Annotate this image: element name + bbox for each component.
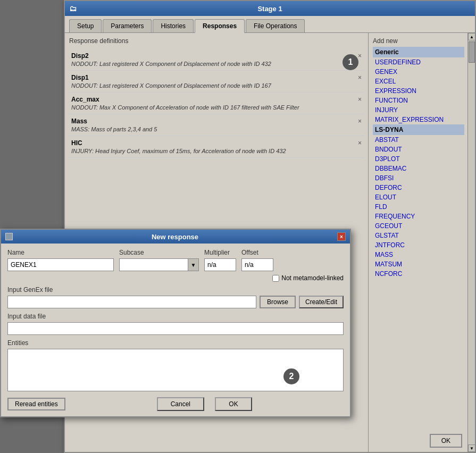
type-mass[interactable]: MASS bbox=[373, 250, 464, 259]
not-metamodel-label: Not metamodel-linked bbox=[281, 274, 344, 282]
type-matsum[interactable]: MATSUM bbox=[373, 259, 464, 269]
input-data-label: Input data file bbox=[7, 313, 344, 320]
type-deforc[interactable]: DEFORC bbox=[373, 183, 464, 192]
create-edit-button[interactable]: Create/Edit bbox=[299, 296, 344, 308]
category-ls-dyna: LS-DYNA bbox=[373, 124, 464, 135]
type-genex[interactable]: GENEX bbox=[373, 67, 464, 77]
close-disp2-button[interactable]: × bbox=[358, 52, 362, 60]
type-frequency[interactable]: FREQUENCY bbox=[373, 212, 464, 221]
browse-button[interactable]: Browse bbox=[260, 296, 296, 308]
badge-1: 1 bbox=[343, 54, 358, 70]
multiplier-label: Multiplier bbox=[204, 249, 236, 256]
type-glstat[interactable]: GLSTAT bbox=[373, 231, 464, 240]
dialog-title-icon bbox=[5, 233, 13, 240]
response-item-acc-max: × Acc_max NODOUT: Max X Component of Acc… bbox=[69, 93, 364, 114]
input-genex-field[interactable] bbox=[7, 296, 256, 308]
tab-responses[interactable]: Responses bbox=[195, 19, 245, 33]
badge-2: 2 bbox=[283, 368, 299, 384]
type-excel[interactable]: EXCEL bbox=[373, 77, 464, 86]
response-item-disp2: × Disp2 NODOUT: Last registered X Compon… bbox=[69, 49, 364, 71]
scroll-up-btn[interactable]: ▲ bbox=[468, 33, 475, 40]
type-injury[interactable]: INJURY bbox=[373, 105, 464, 115]
close-hic-button[interactable]: × bbox=[358, 139, 362, 147]
tab-setup[interactable]: Setup bbox=[69, 19, 102, 32]
type-bndout[interactable]: BNDOUT bbox=[373, 145, 464, 154]
response-desc-disp1: NODOUT: Last registered X Component of D… bbox=[71, 82, 353, 89]
add-new-header: Add new bbox=[373, 37, 464, 45]
type-abstat[interactable]: ABSTAT bbox=[373, 135, 464, 145]
response-title-disp2: Disp2 bbox=[71, 52, 353, 60]
offset-section: Offset bbox=[241, 249, 273, 271]
name-input[interactable] bbox=[7, 258, 114, 271]
right-panel: Add new Generic USERDEFINED GENEX EXCEL … bbox=[369, 33, 475, 283]
input-genex-row: Input GenEx file Browse Create/Edit bbox=[7, 286, 344, 308]
multiplier-input[interactable] bbox=[204, 258, 236, 271]
type-jntforc[interactable]: JNTFORC bbox=[373, 240, 464, 250]
type-expression[interactable]: EXPRESSION bbox=[373, 86, 464, 96]
name-section: Name bbox=[7, 249, 114, 271]
tab-histories[interactable]: Histories bbox=[153, 19, 194, 32]
scroll-thumb[interactable] bbox=[469, 41, 475, 63]
type-elout[interactable]: ELOUT bbox=[373, 192, 464, 202]
response-definitions-header: Response definitions bbox=[69, 37, 364, 45]
input-genex-file-row: Browse Create/Edit bbox=[7, 296, 344, 308]
type-fld[interactable]: FLD bbox=[373, 202, 464, 212]
type-matrix-expression[interactable]: MATRIX_EXPRESSION bbox=[373, 115, 464, 124]
dialog-close-button[interactable]: × bbox=[337, 232, 346, 241]
offset-input[interactable] bbox=[241, 258, 273, 271]
right-panel-scrollbar[interactable]: ▲ ▼ bbox=[467, 33, 475, 452]
stage-titlebar: 🗂 Stage 1 bbox=[65, 1, 475, 16]
type-function[interactable]: FUNCTION bbox=[373, 96, 464, 105]
stage-title-icon: 🗂 bbox=[69, 4, 77, 13]
new-response-dialog: New response × Name Subcase ▼ Multiplier bbox=[0, 229, 351, 417]
multiplier-section: Multiplier bbox=[204, 249, 236, 271]
tab-file-operations[interactable]: File Operations bbox=[246, 19, 305, 32]
response-desc-disp2: NODOUT: Last registered X Component of D… bbox=[71, 61, 353, 67]
type-dbfsi[interactable]: DBFSI bbox=[373, 173, 464, 183]
response-item-mass: × Mass MASS: Mass of parts 2,3,4 and 5 bbox=[69, 114, 364, 136]
type-ncforc[interactable]: NCFORC bbox=[373, 269, 464, 279]
right-panel-container: Add new Generic USERDEFINED GENEX EXCEL … bbox=[369, 33, 475, 452]
response-type-list: Generic USERDEFINED GENEX EXCEL EXPRESSI… bbox=[373, 47, 464, 279]
input-data-file-row bbox=[7, 322, 344, 335]
not-metamodel-row: Not metamodel-linked bbox=[7, 274, 344, 282]
dialog-body: Name Subcase ▼ Multiplier Offset bbox=[1, 244, 350, 416]
response-title-disp1: Disp1 bbox=[71, 74, 353, 81]
ok-button[interactable]: OK bbox=[215, 397, 252, 411]
response-item-disp1: × Disp1 NODOUT: Last registered X Compon… bbox=[69, 71, 364, 93]
scroll-down-btn[interactable]: ▼ bbox=[468, 444, 475, 452]
cancel-button[interactable]: Cancel bbox=[157, 397, 204, 411]
response-title-mass: Mass bbox=[71, 118, 353, 125]
subcase-dropdown-btn[interactable]: ▼ bbox=[188, 258, 199, 271]
not-metamodel-checkbox[interactable] bbox=[272, 275, 279, 282]
stage-title: Stage 1 bbox=[257, 5, 282, 13]
close-mass-button[interactable]: × bbox=[358, 118, 362, 125]
input-data-row: Input data file bbox=[7, 313, 344, 335]
response-desc-hic: INJURY: Head Injury Coef, maximum of 15m… bbox=[71, 148, 353, 154]
tab-parameters[interactable]: Parameters bbox=[103, 19, 152, 32]
tabs-bar: Setup Parameters Histories Responses Fil… bbox=[65, 16, 475, 33]
offset-label: Offset bbox=[241, 249, 273, 256]
reread-entities-button[interactable]: Reread entities bbox=[7, 398, 65, 410]
response-item-hic: × HIC INJURY: Head Injury Coef, maximum … bbox=[69, 136, 364, 158]
stage-ok-button[interactable]: OK bbox=[430, 434, 462, 448]
type-d3plot[interactable]: D3PLOT bbox=[373, 154, 464, 164]
stage-bottom: OK bbox=[430, 434, 462, 448]
subcase-section: Subcase ▼ bbox=[119, 249, 199, 271]
response-desc-mass: MASS: Mass of parts 2,3,4 and 5 bbox=[71, 126, 353, 132]
response-desc-acc-max: NODOUT: Max X Component of Acceleration … bbox=[71, 104, 353, 111]
type-dbbemac[interactable]: DBBEMAC bbox=[373, 164, 464, 173]
dialog-bottom: Reread entities Cancel OK bbox=[7, 397, 344, 411]
category-generic: Generic bbox=[373, 47, 464, 57]
dialog-titlebar: New response × bbox=[1, 230, 350, 244]
subcase-input[interactable] bbox=[119, 258, 188, 271]
close-acc-max-button[interactable]: × bbox=[358, 96, 362, 103]
dialog-action-buttons: Cancel OK bbox=[65, 397, 344, 411]
type-userdefined[interactable]: USERDEFINED bbox=[373, 57, 464, 67]
input-data-field[interactable] bbox=[7, 322, 344, 335]
close-disp1-button[interactable]: × bbox=[358, 74, 362, 81]
type-gceout[interactable]: GCEOUT bbox=[373, 221, 464, 231]
subcase-wrapper: ▼ bbox=[119, 258, 199, 271]
entities-section: Entities bbox=[7, 339, 344, 393]
subcase-label: Subcase bbox=[119, 249, 199, 256]
